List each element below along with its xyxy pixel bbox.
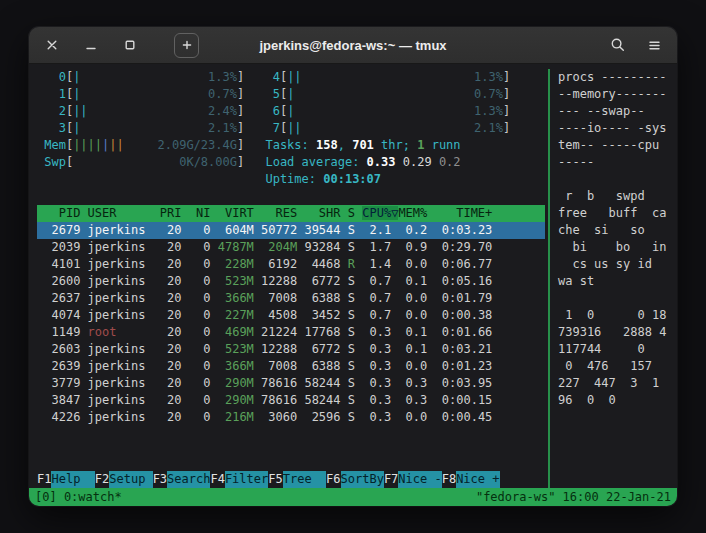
text-span: 50772 — [261, 223, 297, 237]
search-button[interactable] — [605, 33, 630, 58]
tmux-window-list[interactable]: [0] 0:watch* — [35, 489, 122, 506]
process-row[interactable]: 3847 jperkins 20 0 290M 78616 58244 S 0.… — [37, 392, 545, 409]
text-span — [254, 359, 261, 373]
text-span: 20 — [160, 291, 182, 305]
text-span — [427, 376, 434, 390]
text-span: [ — [66, 103, 73, 120]
process-row[interactable]: 3779 jperkins 20 0 290M 78616 58244 S 0.… — [37, 375, 545, 392]
vmstat-pane: procs -----------memory---------- --swap… — [553, 69, 677, 488]
minimize-button[interactable] — [78, 33, 103, 58]
text-span: 216M — [218, 410, 254, 424]
text-span: 3779 — [44, 376, 80, 390]
text-span: || — [73, 104, 87, 118]
meter-bar: | — [287, 86, 474, 103]
text-span: 12288 — [261, 342, 297, 356]
meter-row: 0[|1.3%]4[||1.3%] — [44, 69, 545, 86]
fnkey-f7[interactable]: F7Nice - — [384, 471, 442, 488]
text-span: ] — [503, 103, 510, 120]
close-button[interactable] — [39, 33, 64, 58]
process-row[interactable]: 1149 root 20 0 469M 21224 17768 S 0.3 0.… — [37, 324, 545, 341]
text-span: 1.3% — [208, 69, 237, 86]
text-span — [210, 393, 217, 407]
text-span: 0 — [189, 257, 211, 271]
process-row[interactable]: 2679 jperkins 20 0 604M 50772 39544 S 2.… — [37, 222, 545, 239]
text-span — [182, 240, 189, 254]
text-span: 0.3 — [398, 393, 427, 407]
fnkey-f8[interactable]: F8Nice + — [442, 471, 500, 488]
text-span: 2639 — [44, 359, 80, 373]
text-span — [182, 359, 189, 373]
meter-row: 1[|0.7%]5[|0.7%] — [44, 86, 545, 103]
minimize-icon — [84, 38, 98, 52]
fnkey-f1[interactable]: F1Help — [37, 471, 95, 488]
text-span: 0:01.23 — [435, 359, 493, 373]
text-span: 1149 — [44, 325, 80, 339]
text-span: 0:03.95 — [435, 376, 493, 390]
text-span — [153, 308, 160, 322]
process-row[interactable]: 2603 jperkins 20 0 523M 12288 6772 S 0.3… — [37, 341, 545, 358]
text-span — [254, 240, 261, 254]
text-span — [341, 206, 348, 220]
text-span: F4 — [210, 471, 224, 488]
text-span: 2600 — [44, 274, 80, 288]
text-span: 2.1 — [362, 223, 391, 237]
process-table-header[interactable]: PID USER PRI NI VIRT RES SHR S CPU%▽MEM%… — [37, 205, 545, 222]
vmstat-line: 1 0 0 18 — [558, 307, 677, 324]
process-row[interactable]: 4101 jperkins 20 0 228M 6192 4468 R 1.4 … — [37, 256, 545, 273]
fnkey-f2[interactable]: F2Setup — [95, 471, 153, 488]
process-row[interactable]: 2039 jperkins 20 0 4787M 204M 93284 S 1.… — [37, 239, 545, 256]
meter-row: 3[|2.1%]7[||2.1%] — [44, 120, 545, 137]
fnkey-f4[interactable]: F4Filter — [210, 471, 268, 488]
text-span — [427, 240, 434, 254]
text-span: 0.3 — [398, 376, 427, 390]
fnkey-f6[interactable]: F6SortBy — [326, 471, 384, 488]
process-row[interactable]: 4074 jperkins 20 0 227M 4508 3452 S 0.7 … — [37, 307, 545, 324]
text-span: 0.0 — [398, 359, 427, 373]
text-span: ] — [237, 137, 244, 154]
text-span: F3 — [153, 471, 167, 488]
text-span: 0.3 — [362, 376, 391, 390]
pane-divider[interactable] — [548, 69, 550, 488]
process-row[interactable]: 4226 jperkins 20 0 216M 3060 2596 S 0.3 … — [37, 409, 545, 426]
process-row[interactable]: 2600 jperkins 20 0 523M 12288 6772 S 0.7… — [37, 273, 545, 290]
hamburger-menu-icon — [647, 38, 662, 53]
new-tab-button[interactable] — [174, 33, 199, 58]
meter-bar: | — [73, 86, 208, 103]
text-span — [210, 359, 217, 373]
text-span: 0 — [189, 274, 211, 288]
text-span: S — [348, 376, 355, 390]
text-span: 227M — [218, 308, 254, 322]
text-span — [153, 410, 160, 424]
process-row[interactable]: 2639 jperkins 20 0 366M 7008 6388 S 0.3 … — [37, 358, 545, 375]
text-span — [254, 274, 261, 288]
text-span — [396, 155, 403, 169]
text-span — [153, 291, 160, 305]
text-span — [80, 393, 87, 407]
text-span: 0.1 — [398, 274, 427, 288]
text-span: 2679 — [44, 223, 80, 237]
menu-button[interactable] — [642, 33, 667, 58]
text-span — [153, 223, 160, 237]
text-span — [427, 308, 434, 322]
text-span: S — [348, 393, 355, 407]
fnkey-f5[interactable]: F5Tree — [268, 471, 326, 488]
text-span: 20 — [160, 257, 182, 271]
text-span: 6772 — [304, 342, 340, 356]
text-span: || — [287, 70, 301, 84]
text-span: 0 — [189, 223, 211, 237]
text-span: 0:00.38 — [435, 308, 493, 322]
text-span: 7008 — [261, 291, 297, 305]
swap-meter: Swp[0K/8.00G] — [44, 154, 244, 171]
text-span: 0.1 — [398, 342, 427, 356]
meter-row: Mem[|||||||2.09G/23.4G]Tasks: 158, 701 t… — [44, 137, 545, 154]
maximize-button[interactable] — [117, 33, 142, 58]
meter-row: Uptime: 00:13:07 — [44, 171, 545, 188]
text-span: 20 — [160, 240, 182, 254]
tasks-text: Tasks: 158, 701 thr; 1 runn — [258, 137, 460, 154]
text-span — [254, 206, 261, 220]
text-span: Nice + — [456, 471, 499, 488]
fnkey-f3[interactable]: F3Search — [153, 471, 211, 488]
text-span — [341, 376, 348, 390]
text-span: 290M — [218, 393, 254, 407]
process-row[interactable]: 2637 jperkins 20 0 366M 7008 6388 S 0.7 … — [37, 290, 545, 307]
